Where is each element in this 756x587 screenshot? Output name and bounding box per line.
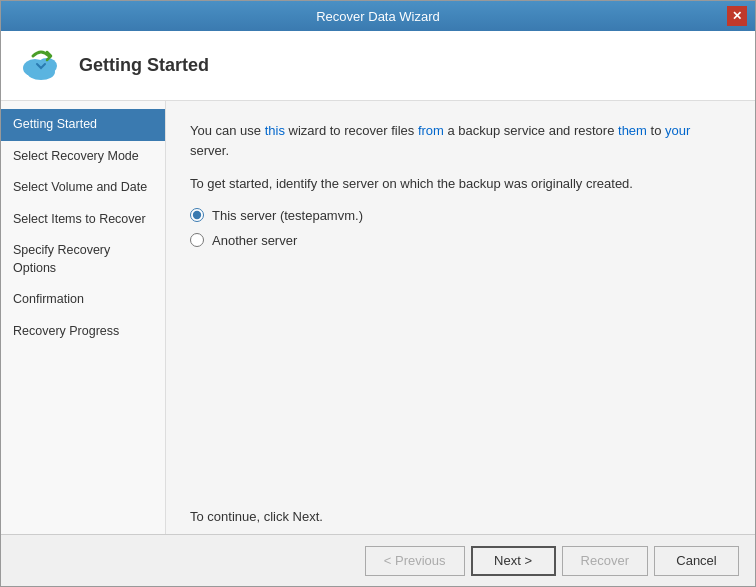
cancel-button[interactable]: Cancel (654, 546, 739, 576)
this-server-option[interactable]: This server (testepamvm.) (190, 208, 731, 223)
next-button[interactable]: Next > (471, 546, 556, 576)
another-server-label: Another server (212, 233, 297, 248)
sidebar-item-confirmation[interactable]: Confirmation (1, 284, 165, 316)
this-server-radio[interactable] (190, 208, 204, 222)
wizard-icon (17, 42, 65, 90)
footer-hint: To continue, click Next. (166, 499, 755, 534)
sidebar-item-items-to-recover[interactable]: Select Items to Recover (1, 204, 165, 236)
another-server-radio[interactable] (190, 233, 204, 247)
another-server-option[interactable]: Another server (190, 233, 731, 248)
intro-text: You can use this wizard to recover files… (190, 121, 731, 160)
page-title: Getting Started (79, 55, 209, 76)
sidebar-item-recovery-options[interactable]: Specify Recovery Options (1, 235, 165, 284)
close-button[interactable]: ✕ (727, 6, 747, 26)
server-selection-group: This server (testepamvm.) Another server (190, 208, 731, 248)
svg-point-2 (27, 64, 55, 80)
content-inner: You can use this wizard to recover files… (166, 101, 755, 499)
intro-your-highlight: your (665, 123, 690, 138)
intro-from-highlight: from (418, 123, 444, 138)
sidebar: Getting Started Select Recovery Mode Sel… (1, 101, 166, 534)
wizard-window: Recover Data Wizard ✕ Getting Started (0, 0, 756, 587)
content-wrapper: You can use this wizard to recover files… (166, 101, 755, 534)
sidebar-item-getting-started[interactable]: Getting Started (1, 109, 165, 141)
header-area: Getting Started (1, 31, 755, 101)
sidebar-item-volume-date[interactable]: Select Volume and Date (1, 172, 165, 204)
recover-button[interactable]: Recover (562, 546, 648, 576)
intro-this-link: this (265, 123, 285, 138)
main-content: Getting Started Select Recovery Mode Sel… (1, 101, 755, 534)
sidebar-item-recovery-progress[interactable]: Recovery Progress (1, 316, 165, 348)
intro-them-highlight: them (618, 123, 647, 138)
title-bar: Recover Data Wizard ✕ (1, 1, 755, 31)
sub-text: To get started, identify the server on w… (190, 174, 731, 194)
this-server-label: This server (testepamvm.) (212, 208, 363, 223)
sidebar-item-recovery-mode[interactable]: Select Recovery Mode (1, 141, 165, 173)
window-title: Recover Data Wizard (29, 9, 727, 24)
button-bar: < Previous Next > Recover Cancel (1, 534, 755, 586)
previous-button[interactable]: < Previous (365, 546, 465, 576)
